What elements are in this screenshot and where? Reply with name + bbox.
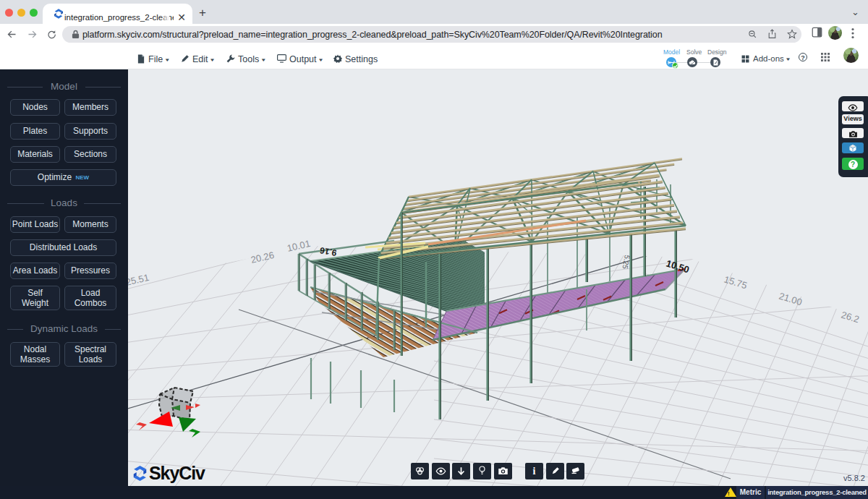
svg-text:15.75: 15.75 [723, 274, 749, 291]
svg-text:25.51: 25.51 [128, 272, 150, 288]
svg-text:10.01: 10.01 [286, 238, 311, 254]
svg-text:26.2: 26.2 [840, 310, 861, 325]
svg-text:20.26: 20.26 [250, 250, 275, 265]
svg-text:21.00: 21.00 [778, 291, 804, 308]
svg-text:9.16: 9.16 [319, 245, 338, 258]
